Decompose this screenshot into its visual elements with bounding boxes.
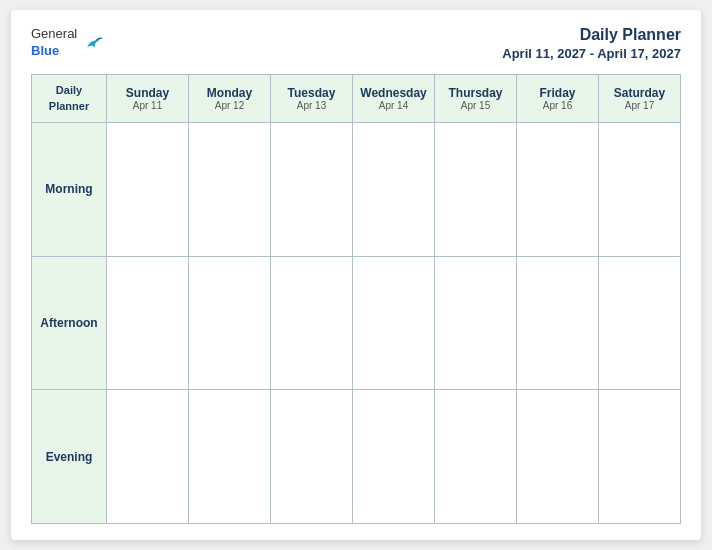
cell-afternoon-monday[interactable] <box>189 256 271 390</box>
day-date-friday: Apr 16 <box>520 100 595 111</box>
col-header-sunday: Sunday Apr 11 <box>107 75 189 123</box>
row-label-afternoon: Afternoon <box>32 256 107 390</box>
day-date-tuesday: Apr 13 <box>274 100 349 111</box>
day-date-sunday: Apr 11 <box>110 100 185 111</box>
day-name-thursday: Thursday <box>438 86 513 100</box>
cell-morning-tuesday[interactable] <box>271 123 353 257</box>
row-morning: Morning <box>32 123 681 257</box>
day-name-saturday: Saturday <box>602 86 677 100</box>
cell-afternoon-tuesday[interactable] <box>271 256 353 390</box>
bird-icon <box>83 32 105 54</box>
day-date-monday: Apr 12 <box>192 100 267 111</box>
day-date-wednesday: Apr 14 <box>356 100 431 111</box>
calendar-table: DailyPlanner Sunday Apr 11 Monday Apr 12… <box>31 74 681 524</box>
cell-evening-wednesday[interactable] <box>353 390 435 524</box>
cell-evening-sunday[interactable] <box>107 390 189 524</box>
cell-afternoon-wednesday[interactable] <box>353 256 435 390</box>
logo-area: General Blue <box>31 26 105 60</box>
col-header-saturday: Saturday Apr 17 <box>599 75 681 123</box>
day-name-tuesday: Tuesday <box>274 86 349 100</box>
day-name-wednesday: Wednesday <box>356 86 431 100</box>
day-name-sunday: Sunday <box>110 86 185 100</box>
cell-morning-sunday[interactable] <box>107 123 189 257</box>
day-name-friday: Friday <box>520 86 595 100</box>
cell-morning-monday[interactable] <box>189 123 271 257</box>
cell-morning-friday[interactable] <box>517 123 599 257</box>
day-date-saturday: Apr 17 <box>602 100 677 111</box>
title-area: Daily Planner April 11, 2027 - April 17,… <box>502 26 681 62</box>
cell-afternoon-friday[interactable] <box>517 256 599 390</box>
header: General Blue Daily Planner April 11, 202… <box>31 26 681 62</box>
cell-evening-friday[interactable] <box>517 390 599 524</box>
cell-morning-saturday[interactable] <box>599 123 681 257</box>
cell-evening-saturday[interactable] <box>599 390 681 524</box>
cell-evening-tuesday[interactable] <box>271 390 353 524</box>
date-range: April 11, 2027 - April 17, 2027 <box>502 46 681 61</box>
col-header-monday: Monday Apr 12 <box>189 75 271 123</box>
logo-blue: Blue <box>31 43 77 60</box>
page: General Blue Daily Planner April 11, 202… <box>11 10 701 540</box>
cell-afternoon-thursday[interactable] <box>435 256 517 390</box>
row-label-evening: Evening <box>32 390 107 524</box>
cell-evening-thursday[interactable] <box>435 390 517 524</box>
main-title: Daily Planner <box>580 26 681 43</box>
col-header-friday: Friday Apr 16 <box>517 75 599 123</box>
col-header-thursday: Thursday Apr 15 <box>435 75 517 123</box>
day-date-thursday: Apr 15 <box>438 100 513 111</box>
row-afternoon: Afternoon <box>32 256 681 390</box>
col-header-wednesday: Wednesday Apr 14 <box>353 75 435 123</box>
row-label-morning: Morning <box>32 123 107 257</box>
cell-morning-wednesday[interactable] <box>353 123 435 257</box>
day-name-monday: Monday <box>192 86 267 100</box>
logo-text: General Blue <box>31 26 77 60</box>
logo-general: General <box>31 26 77 43</box>
cell-evening-monday[interactable] <box>189 390 271 524</box>
col-header-label: DailyPlanner <box>32 75 107 123</box>
row-evening: Evening <box>32 390 681 524</box>
header-row: DailyPlanner Sunday Apr 11 Monday Apr 12… <box>32 75 681 123</box>
col-header-tuesday: Tuesday Apr 13 <box>271 75 353 123</box>
cell-afternoon-saturday[interactable] <box>599 256 681 390</box>
cell-morning-thursday[interactable] <box>435 123 517 257</box>
cell-afternoon-sunday[interactable] <box>107 256 189 390</box>
